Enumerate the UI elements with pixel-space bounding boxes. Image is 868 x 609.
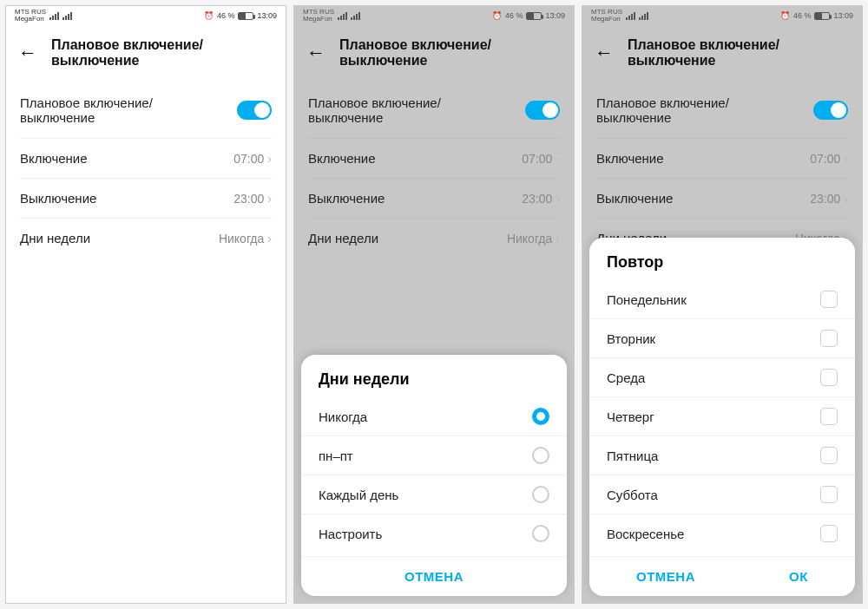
sheet-title: Повтор [589, 238, 855, 280]
clock: 13:09 [257, 11, 277, 20]
phone-screen-2: MTS RUSMegaFon ⏰ 46 % 13:09 ← Плановое в… [293, 5, 575, 604]
toggle-label: Плановое включение/ выключение [20, 95, 237, 125]
day-saturday[interactable]: Суббота [589, 475, 855, 514]
clock: 13:09 [545, 11, 565, 20]
clock: 13:09 [833, 11, 853, 20]
row-scheduled-toggle[interactable]: Плановое включение/ выключение [582, 82, 862, 138]
checkbox-icon[interactable] [820, 447, 838, 464]
radio-icon[interactable] [532, 447, 549, 464]
row-power-off[interactable]: Выключение 23:00› [582, 179, 862, 218]
signal-icon [626, 12, 635, 20]
back-icon[interactable]: ← [18, 42, 37, 64]
status-bar: MTS RUSMegaFon ⏰ 46 % 13:09 [6, 6, 286, 25]
back-icon[interactable]: ← [595, 42, 614, 64]
signal-icon [49, 12, 59, 20]
day-tuesday[interactable]: Вторник [589, 318, 855, 357]
status-bar: MTS RUSMegaFon ⏰ 46 % 13:09 [294, 6, 574, 25]
toggle-label: Плановое включение/ выключение [308, 95, 525, 125]
alarm-icon: ⏰ [492, 11, 502, 20]
option-never[interactable]: Никогда [301, 397, 567, 435]
toggle-label: Плановое включение/ выключение [596, 95, 813, 125]
ok-button[interactable]: ОК [789, 569, 808, 584]
alarm-icon: ⏰ [780, 11, 790, 20]
signal-icon [338, 12, 347, 20]
row-power-off[interactable]: Выключение 23:00› [294, 179, 574, 218]
day-monday[interactable]: Понедельник [589, 280, 855, 318]
header: ← Плановое включение/выключение [6, 25, 286, 82]
battery-pct: 46 % [217, 11, 235, 20]
sheet-title: Дни недели [301, 355, 567, 397]
page-title: Плановое включение/выключение [339, 37, 562, 69]
option-weekdays[interactable]: пн–пт [301, 435, 567, 475]
chevron-right-icon: › [267, 232, 272, 246]
battery-icon [814, 12, 830, 20]
row-scheduled-toggle[interactable]: Плановое включение/ выключение [294, 82, 574, 138]
toggle-switch[interactable] [237, 101, 272, 120]
phone-screen-3: MTS RUSMegaFon ⏰ 46 % 13:09 ← Плановое в… [582, 5, 863, 604]
battery-icon [238, 12, 253, 20]
checkbox-icon[interactable] [820, 291, 838, 308]
battery-pct: 46 % [505, 11, 523, 20]
alarm-icon: ⏰ [204, 11, 214, 20]
day-wednesday[interactable]: Среда [589, 357, 855, 396]
signal-icon [351, 12, 360, 20]
checkbox-icon[interactable] [820, 408, 838, 425]
option-every-day[interactable]: Каждый день [301, 475, 567, 514]
chevron-right-icon: › [844, 192, 848, 206]
checkbox-icon[interactable] [820, 525, 838, 542]
back-icon[interactable]: ← [306, 42, 326, 64]
chevron-right-icon: › [556, 232, 560, 246]
status-bar: MTS RUSMegaFon ⏰ 46 % 13:09 [582, 6, 862, 25]
checkbox-icon[interactable] [820, 330, 838, 347]
signal-icon [62, 12, 72, 20]
chevron-right-icon: › [556, 152, 560, 166]
day-thursday[interactable]: Четверг [589, 396, 855, 435]
header: ← Плановое включение/выключение [582, 25, 862, 82]
page-title: Плановое включение/выключение [628, 37, 850, 69]
chevron-right-icon: › [844, 152, 848, 166]
radio-icon[interactable] [532, 525, 549, 542]
toggle-switch[interactable] [525, 101, 560, 120]
chevron-right-icon: › [556, 192, 560, 206]
radio-icon[interactable] [532, 408, 549, 425]
radio-icon[interactable] [532, 486, 549, 503]
battery-pct: 46 % [793, 11, 812, 20]
row-days[interactable]: Дни недели Никогда› [294, 219, 574, 258]
day-sunday[interactable]: Воскресенье [589, 514, 855, 553]
page-title: Плановое включение/выключение [51, 37, 273, 69]
signal-icon [639, 12, 648, 20]
cancel-button[interactable]: ОТМЕНА [636, 569, 695, 584]
day-friday[interactable]: Пятница [589, 435, 855, 475]
sheet-days: Дни недели Никогда пн–пт Каждый день Нас… [301, 355, 567, 596]
checkbox-icon[interactable] [820, 486, 838, 503]
phone-screen-1: MTS RUSMegaFon ⏰ 46 % 13:09 ← Плановое в… [5, 5, 286, 604]
checkbox-icon[interactable] [820, 369, 838, 386]
option-custom[interactable]: Настроить [301, 514, 567, 553]
sheet-repeat: Повтор Понедельник Вторник Среда Четверг… [589, 238, 855, 596]
row-power-on[interactable]: Включение 07:00› [6, 139, 286, 178]
row-power-on[interactable]: Включение 07:00› [294, 139, 574, 178]
cancel-button[interactable]: ОТМЕНА [404, 569, 464, 584]
toggle-switch[interactable] [813, 101, 848, 120]
header: ← Плановое включение/выключение [294, 25, 574, 82]
chevron-right-icon: › [267, 152, 272, 166]
battery-icon [526, 12, 542, 20]
row-power-on[interactable]: Включение 07:00› [582, 139, 862, 178]
chevron-right-icon: › [267, 192, 272, 206]
row-power-off[interactable]: Выключение 23:00› [6, 179, 286, 218]
row-days[interactable]: Дни недели Никогда› [6, 219, 286, 258]
row-scheduled-toggle[interactable]: Плановое включение/ выключение [6, 82, 286, 138]
